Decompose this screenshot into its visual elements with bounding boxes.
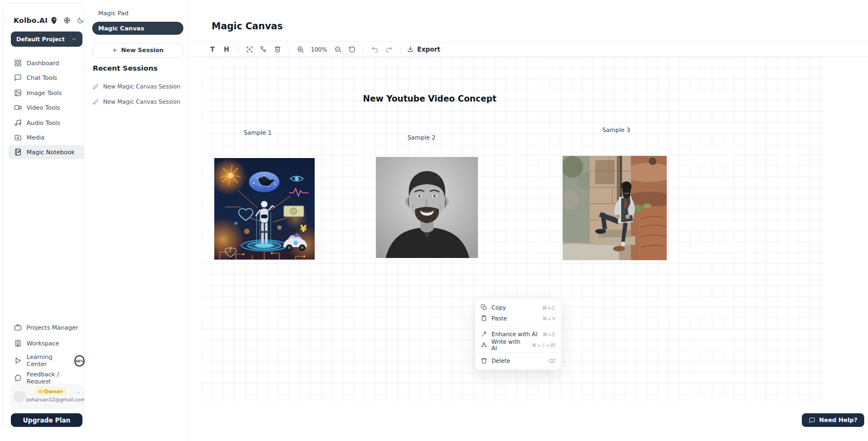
context-menu-item-copy[interactable]: Copy ⌘+C — [475, 302, 561, 313]
canvas-title-text[interactable]: New Youtube Video Concept — [363, 94, 496, 104]
select-icon — [246, 46, 253, 53]
sidebar-item-label: Media — [27, 134, 44, 141]
play-icon — [14, 357, 22, 364]
project-selector[interactable]: Default Project — [11, 32, 82, 47]
sample-3-label[interactable]: Sample 3 — [602, 127, 630, 134]
logo: Kolbo.AI — [14, 16, 48, 24]
shortcut: ⌘+E — [542, 331, 556, 337]
user-email: zoharvan12@gmail.com — [26, 397, 81, 402]
undo-button[interactable] — [368, 43, 381, 55]
sidebar-item-workspace[interactable]: Workspace — [8, 336, 85, 350]
sidebar-item-label: Workspace — [27, 340, 59, 347]
toolbar-separator — [363, 45, 363, 54]
download-icon — [407, 46, 414, 53]
ruins-illustration — [563, 156, 667, 260]
chat-icon — [14, 74, 22, 81]
sidebar-item-label: Learning Center — [27, 354, 67, 368]
need-help-button[interactable]: Need Help? — [802, 413, 864, 427]
delete-tool-button[interactable] — [271, 43, 284, 55]
session-item[interactable]: New Magic Canvas Session — [93, 97, 184, 106]
sidebar-item-media[interactable]: Media — [8, 130, 85, 144]
context-menu-item-paste[interactable]: Paste ⌘+V — [475, 313, 561, 324]
context-menu-item-enhance-with-ai[interactable]: Enhance with AI ⌘+E — [475, 329, 561, 339]
video-icon — [14, 104, 22, 111]
toolbar-separator — [289, 45, 289, 54]
ai-concept-illustration: ¥ — [214, 158, 315, 260]
sample-2-label[interactable]: Sample 2 — [407, 134, 436, 141]
pencil-icon — [93, 84, 99, 90]
sidebar-item-label: Dashboard — [27, 60, 59, 67]
sidebar-item-chat-tools[interactable]: Chat Tools — [8, 71, 85, 85]
wand-icon — [481, 331, 487, 337]
reset-view-button[interactable] — [346, 43, 358, 55]
language-icon[interactable] — [63, 17, 71, 24]
sidebar-item-label: Video Tools — [27, 104, 60, 111]
plus-icon — [112, 47, 118, 53]
project-selector-label: Default Project — [16, 36, 71, 42]
sidebar-item-dashboard[interactable]: Dashboard — [8, 56, 85, 70]
upgrade-plan-button[interactable]: Upgrade Plan — [11, 413, 82, 427]
zoom-in-button[interactable] — [294, 43, 307, 55]
context-menu: Copy ⌘+C Paste ⌘+V Enhance with AI ⌘+E — [475, 298, 561, 370]
toolbar-separator — [238, 45, 238, 54]
building-icon — [14, 339, 22, 347]
zoom-level: 100% — [311, 46, 327, 53]
owner-badge: Owner — [34, 387, 67, 395]
redo-icon — [385, 46, 393, 53]
connector-tool-button[interactable] — [257, 43, 270, 55]
shortcut: ⌘+C — [542, 305, 556, 311]
sidebar-item-label: Image Tools — [27, 90, 62, 97]
shortcut: ⌘+⇧+W — [532, 342, 556, 348]
context-menu-item-write-with-ai[interactable]: Write with AI ⌘+⇧+W — [475, 339, 561, 350]
sample-1-image[interactable]: ¥ — [214, 158, 315, 260]
notebook-icon — [14, 148, 22, 156]
menu-divider — [475, 326, 561, 326]
redo-button[interactable] — [382, 43, 395, 55]
context-menu-item-delete[interactable]: Delete ⌫ — [475, 355, 561, 366]
undo-icon — [371, 46, 379, 53]
sidebar-item-image-tools[interactable]: Image Tools — [8, 86, 85, 100]
media-icon — [14, 134, 22, 141]
sample-2-image[interactable] — [376, 157, 478, 258]
portrait-illustration — [376, 157, 478, 258]
sidebar-item-audio-tools[interactable]: Audio Tools — [8, 116, 85, 130]
tab-magic-canvas[interactable]: Magic Canvas — [92, 22, 183, 35]
sidebar-item-learning-center[interactable]: Learning Center 66% — [8, 354, 85, 368]
brain-logo-icon — [50, 16, 58, 24]
zoom-out-icon — [334, 46, 342, 53]
svg-text:¥: ¥ — [300, 223, 307, 234]
text-tool-button[interactable]: T — [206, 43, 219, 55]
feedback-icon — [14, 374, 22, 382]
sidebar-item-label: Chat Tools — [27, 74, 57, 81]
dashboard-icon — [14, 59, 22, 67]
app-root: Kolbo.AI Default Project Dashboard Chat … — [0, 0, 868, 441]
user-card[interactable]: Owner zoharvan12@gmail.com ⌃ — [10, 384, 84, 409]
sample-3-image[interactable] — [563, 156, 667, 260]
session-item[interactable]: New Magic Canvas Session — [93, 81, 184, 91]
sidebar-item-magic-notebook[interactable]: Magic Notebook — [8, 145, 85, 159]
sidebar-item-video-tools[interactable]: Video Tools — [8, 100, 85, 115]
paste-icon — [481, 315, 487, 322]
copy-icon — [481, 304, 487, 311]
export-button[interactable]: Export — [407, 46, 441, 53]
help-chat-icon — [809, 417, 815, 424]
sample-1-label[interactable]: Sample 1 — [244, 129, 272, 136]
dark-mode-icon[interactable] — [77, 17, 84, 24]
logo-row: Kolbo.AI — [14, 15, 78, 25]
select-tool-button[interactable] — [243, 43, 256, 55]
magic-canvas-grid[interactable]: New Youtube Video Concept Sample 1 Sampl… — [202, 57, 825, 402]
sparkles-icon — [481, 342, 487, 348]
zoom-in-icon — [297, 46, 304, 53]
toolbar-separator — [400, 45, 400, 54]
zoom-out-button[interactable] — [331, 43, 344, 55]
audio-icon — [14, 119, 22, 127]
sidebar-item-label: Feedback / Request — [27, 371, 85, 385]
new-session-button[interactable]: New Session — [92, 43, 183, 58]
sidebar-item-projects-manager[interactable]: Projects Manager — [8, 320, 85, 335]
crown-icon — [38, 389, 43, 394]
heading-tool-button[interactable]: H — [220, 43, 233, 55]
sidebar-item-feedback[interactable]: Feedback / Request — [8, 371, 85, 385]
trash-icon — [481, 357, 487, 364]
recent-sessions-heading: Recent Sessions — [93, 64, 157, 72]
tab-magic-pad[interactable]: Magic Pad — [92, 7, 183, 20]
